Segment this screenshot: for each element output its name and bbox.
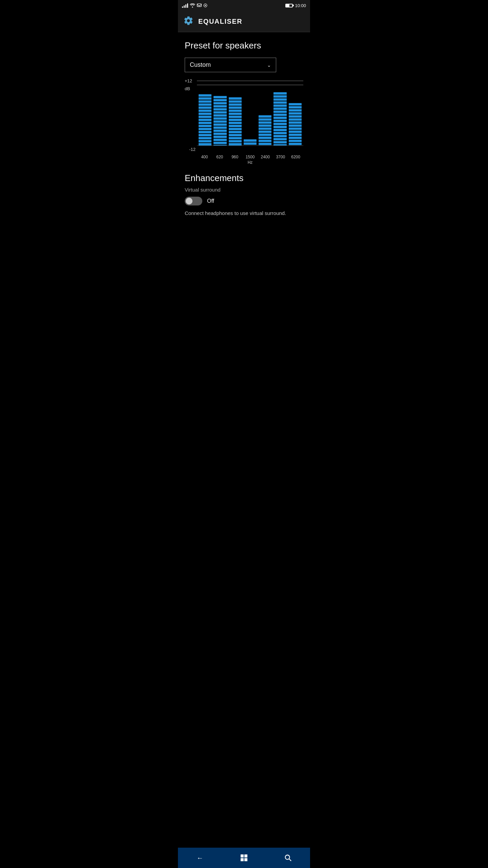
app-header: EQUALISER [178,11,310,32]
svg-rect-4 [244,854,247,857]
windows-home-icon [240,854,248,862]
chevron-down-icon: ⌄ [267,62,271,68]
hz-label: 400 [197,155,212,159]
back-arrow-icon: ← [197,854,203,862]
eq-bar-fill [273,92,286,145]
eq-bar[interactable] [198,85,212,145]
gear-icon [183,16,194,27]
home-button[interactable] [236,852,252,864]
eq-bar-fill [289,103,302,145]
svg-point-7 [285,855,290,860]
eq-bar[interactable] [272,85,287,145]
message-icon [197,3,202,7]
back-button[interactable]: ← [191,852,208,864]
wifi-icon [190,3,195,8]
eq-bar[interactable] [288,85,303,145]
eq-bar-fill [199,94,211,145]
main-content: Preset for speakers Custom ⌄ +12 dB -12 … [178,32,310,848]
surround-note: Connect headphones to use virtual surrou… [185,210,303,217]
preset-section-title: Preset for speakers [185,40,303,51]
enhancements-title: Enhancements [185,173,303,183]
virtual-surround-toggle[interactable] [185,197,202,205]
svg-rect-3 [241,854,244,857]
eq-top-row: +12 [185,78,303,83]
status-right: 10:00 [285,3,306,8]
eq-bar-fill [229,97,242,145]
eq-bar-fill [214,96,226,145]
toggle-row: Off [185,197,303,205]
notification-icon [203,3,207,7]
svg-rect-5 [241,858,244,861]
virtual-surround-label: Virtual surround [185,187,303,193]
status-bar: 10:00 [178,0,310,11]
preset-dropdown-value: Custom [190,61,211,68]
preset-dropdown[interactable]: Custom ⌄ [185,58,276,72]
battery-icon [285,4,293,7]
eq-bar-fill [259,115,271,145]
eq-top-line [197,81,303,81]
svg-point-2 [205,5,206,6]
hz-label: 3700 [273,155,288,159]
toggle-knob [186,198,192,204]
search-icon [284,854,292,862]
bottom-nav: ← [178,848,310,868]
hz-label: 6200 [288,155,303,159]
eq-bar[interactable] [212,85,227,145]
toggle-state-label: Off [207,198,214,204]
hz-label: 2400 [258,155,273,159]
eq-minus12-label: -12 [185,147,197,152]
enhancements-section: Enhancements Virtual surround Off Connec… [185,173,303,217]
eq-bar[interactable] [258,85,272,145]
signal-bars-icon [182,3,188,8]
eq-plus12-label: +12 [185,78,197,83]
svg-rect-6 [244,858,247,861]
eq-bars-container [197,85,303,146]
eq-chart-inner: dB [185,85,303,146]
eq-bar[interactable] [243,85,258,145]
hz-label: 1500 [243,155,258,159]
eq-bar-fill [244,139,257,145]
hz-label: 960 [227,155,243,159]
search-button[interactable] [280,852,297,864]
eq-bars [197,85,303,145]
eq-chart: dB -12 [185,85,303,152]
clock: 10:00 [295,3,306,8]
header-title: EQUALISER [198,18,242,25]
hz-center-label: Hz [185,160,303,165]
eq-bar[interactable] [228,85,243,145]
eq-db-label: dB [185,85,197,91]
hz-labels: 4006209601500240037006200 [185,155,303,159]
hz-label: 620 [212,155,227,159]
status-left [182,3,207,8]
svg-line-8 [289,859,291,861]
